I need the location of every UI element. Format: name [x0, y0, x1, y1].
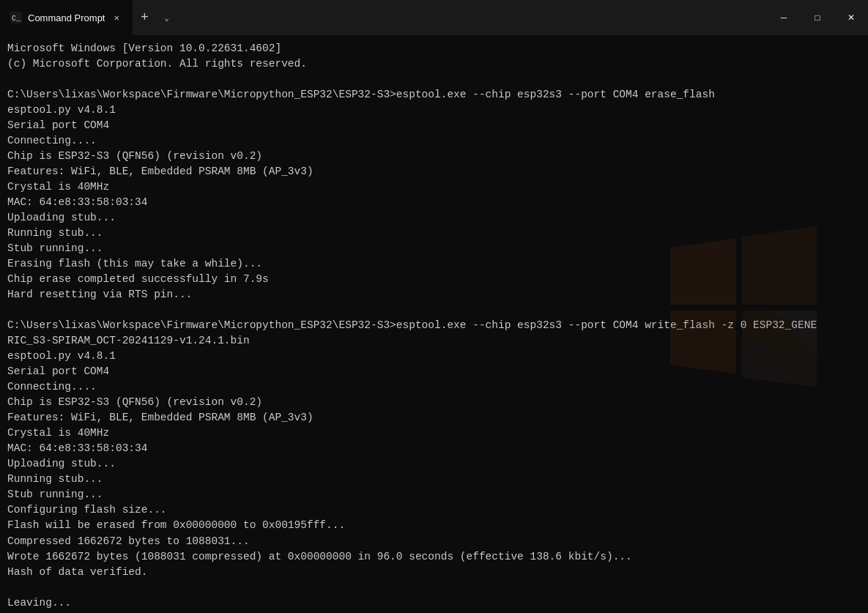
active-tab[interactable]: C_ Command Prompt ✕ — [0, 0, 133, 35]
terminal-output: Microsoft Windows [Version 10.0.22631.46… — [7, 41, 861, 613]
new-tab-button[interactable]: + — [133, 6, 156, 29]
window-controls: ─ □ ✕ — [767, 0, 868, 35]
minimize-button[interactable]: ─ — [767, 0, 801, 35]
svg-text:C_: C_ — [12, 15, 21, 23]
cmd-icon: C_ — [10, 12, 22, 23]
tab-close-button[interactable]: ✕ — [111, 12, 122, 23]
tab-dropdown-button[interactable]: ⌄ — [156, 7, 177, 28]
titlebar: C_ Command Prompt ✕ + ⌄ ─ □ ✕ — [0, 0, 868, 35]
window: C_ Command Prompt ✕ + ⌄ ─ □ ✕ — [0, 0, 868, 613]
close-button[interactable]: ✕ — [834, 0, 868, 35]
terminal-body[interactable]: Microsoft Windows [Version 10.0.22631.46… — [0, 35, 868, 613]
tab-title: Command Prompt — [28, 12, 105, 23]
tab-area: C_ Command Prompt ✕ + ⌄ — [0, 0, 767, 35]
maximize-button[interactable]: □ — [801, 0, 834, 35]
